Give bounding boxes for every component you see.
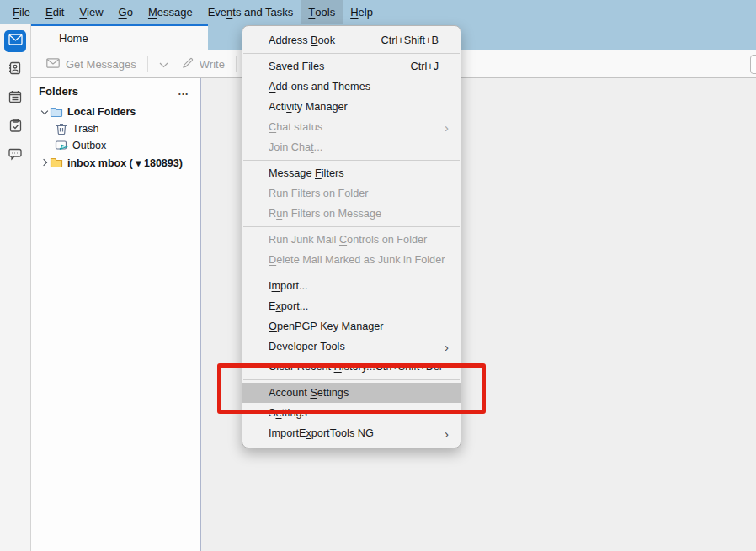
outbox-icon	[55, 139, 68, 152]
folder-row-trash[interactable]: Trash	[31, 120, 200, 137]
menubar: File Edit View Go Message Events and Tas…	[0, 0, 756, 24]
menu-separator	[243, 53, 460, 54]
menubar-item-file[interactable]: File	[5, 0, 38, 24]
folder-row-local-folders[interactable]: Local Folders	[31, 103, 200, 120]
menu-item-run-filters-on-folder[interactable]: Run Filters on Folder	[242, 183, 461, 204]
menubar-item-tools[interactable]: Tools	[301, 0, 343, 24]
chevron-down-icon	[159, 58, 168, 71]
toolbar-edge-button[interactable]	[750, 55, 756, 74]
menubar-item-help[interactable]: Help	[343, 0, 381, 24]
menu-separator	[243, 379, 460, 380]
menu-separator	[243, 226, 460, 227]
menu-separator	[243, 160, 460, 161]
menu-item-settings[interactable]: Settings	[242, 403, 461, 423]
get-messages-dropdown-button[interactable]	[152, 53, 175, 75]
toolbar-separator	[147, 56, 148, 72]
tasks-icon	[9, 119, 22, 135]
menubar-item-events-and-tasks[interactable]: Events and Tasks	[200, 0, 301, 24]
get-messages-label: Get Messages	[66, 58, 136, 71]
trash-icon	[55, 122, 68, 135]
folder-row-inbox-mbox[interactable]: inbox mbox ( ▾ 180893)	[31, 154, 200, 171]
folder-pane-header: Folders …	[31, 78, 200, 103]
folder-pane-options-button[interactable]: …	[178, 89, 189, 94]
menu-item-run-junk-mail-controls[interactable]: Run Junk Mail Controls on Folder	[242, 230, 461, 250]
folder-label: Outbox	[72, 140, 106, 151]
menu-item-addons-and-themes[interactable]: Add-ons and Themes	[242, 77, 461, 97]
menu-item-run-filters-on-message[interactable]: Run Filters on Message	[242, 204, 461, 224]
space-chat-button[interactable]	[4, 145, 26, 167]
menu-item-export[interactable]: Export...	[242, 296, 461, 316]
address-book-icon	[8, 61, 22, 78]
shortcut: Ctrl+Shift+Del	[375, 361, 452, 373]
envelope-icon	[46, 58, 60, 71]
shortcut: Ctrl+J	[411, 61, 449, 72]
menu-item-clear-recent-history[interactable]: Clear Recent History... Ctrl+Shift+Del	[242, 357, 461, 377]
chevron-right-icon: ›	[445, 341, 449, 353]
mail-icon	[8, 34, 23, 49]
get-messages-button[interactable]: Get Messages	[40, 53, 143, 75]
menu-separator	[243, 273, 460, 273]
menu-item-saved-files[interactable]: Saved Files Ctrl+J	[242, 56, 461, 77]
tab-home-label: Home	[59, 32, 88, 45]
folder-label: Local Folders	[67, 106, 136, 118]
folder-row-outbox[interactable]: Outbox	[31, 137, 200, 154]
space-mail-button[interactable]	[4, 30, 26, 52]
pencil-icon	[182, 57, 194, 72]
folder-label: Trash	[72, 123, 99, 135]
space-tasks-button[interactable]	[4, 116, 26, 138]
chevron-right-icon[interactable]	[39, 160, 50, 165]
toolbar-separator	[236, 56, 237, 72]
calendar-icon	[8, 90, 22, 107]
folder-blue-icon	[50, 105, 63, 119]
folder-pane-title: Folders	[39, 85, 78, 98]
tab-home[interactable]: Home	[31, 24, 208, 50]
menu-item-chat-status[interactable]: Chat status ›	[242, 117, 461, 137]
folder-label: inbox mbox ( ▾ 180893)	[67, 156, 183, 169]
write-label: Write	[200, 58, 225, 71]
menubar-item-view[interactable]: View	[72, 0, 110, 24]
menu-item-importexporttools-ng[interactable]: ImportExportTools NG ›	[242, 423, 461, 443]
menu-item-activity-manager[interactable]: Activity Manager	[242, 97, 461, 117]
space-calendar-button[interactable]	[4, 87, 26, 109]
tools-menu: Address Book Ctrl+Shift+B Saved Files Ct…	[242, 25, 461, 448]
menu-item-openpgp-key-manager[interactable]: OpenPGP Key Manager	[242, 316, 461, 336]
chevron-right-icon: ›	[445, 121, 449, 134]
menubar-item-go[interactable]: Go	[111, 0, 141, 24]
chevron-right-icon: ›	[445, 427, 449, 440]
folder-pane: Folders … Local Folders Trash Outbox inb…	[31, 78, 200, 551]
menu-item-join-chat[interactable]: Join Chat...	[242, 137, 461, 157]
menu-item-delete-junk-mail[interactable]: Delete Mail Marked as Junk in Folder	[242, 250, 461, 270]
space-address-book-button[interactable]	[4, 59, 26, 81]
menu-item-account-settings[interactable]: Account Settings	[242, 383, 461, 403]
menubar-item-edit[interactable]: Edit	[38, 0, 72, 24]
menu-item-import[interactable]: Import...	[242, 276, 461, 296]
shortcut: Ctrl+Shift+B	[381, 34, 449, 46]
chevron-down-icon[interactable]	[39, 111, 50, 114]
folder-yellow-icon	[50, 156, 63, 169]
chat-icon	[8, 148, 23, 164]
menu-item-address-book[interactable]: Address Book Ctrl+Shift+B	[242, 30, 461, 50]
write-button[interactable]: Write	[175, 53, 232, 75]
menu-item-message-filters[interactable]: Message Filters	[242, 163, 461, 183]
menu-item-developer-tools[interactable]: Developer Tools ›	[242, 336, 461, 357]
menubar-item-message[interactable]: Message	[141, 0, 200, 24]
toolbar-separator	[556, 56, 556, 73]
folder-tree: Local Folders Trash Outbox inbox mbox ( …	[31, 103, 200, 171]
spaces-toolbar	[0, 24, 31, 551]
